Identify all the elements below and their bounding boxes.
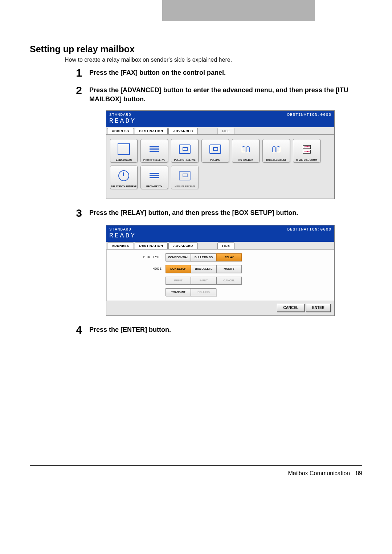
btn-box-delete[interactable]: BOX DELETE (191, 265, 216, 273)
btn-itu-mailbox-list[interactable]: ITU MAILBOX LIST (262, 139, 290, 163)
btn-itu-mailbox[interactable]: ITU MAILBOX (232, 139, 260, 163)
screenshot-2: STANDARD READY DESTINATION:0000 ADDRESS … (106, 225, 335, 316)
tab-file[interactable]: FILE (217, 128, 235, 134)
delayed-tx-icon (118, 166, 129, 186)
ss1-standard-label: STANDARD (109, 113, 136, 117)
ss2-header: STANDARD READY DESTINATION:0000 (106, 225, 334, 242)
step-1: 1 Press the [FAX] button on the control … (30, 68, 362, 78)
polling-reserve-icon (179, 139, 191, 159)
step-1-number: 1 (65, 68, 89, 78)
btn-modify[interactable]: MODIFY (216, 265, 242, 273)
btn-footer-enter[interactable]: ENTER (306, 304, 331, 312)
ss2-mode-row: MODE BOX SETUP BOX DELETE MODIFY (111, 265, 330, 273)
ss1-icon-row-1: 2-SIDED SCAN PRIORITY RESERVE POLLING RE… (110, 139, 331, 163)
ss2-standard-label: STANDARD (109, 228, 136, 232)
section-title: Setting up relay mailbox (30, 44, 362, 54)
page-footer: Mailbox Communication 89 (30, 470, 362, 477)
step-3-number: 3 (65, 208, 89, 219)
ss2-tab-file[interactable]: FILE (217, 243, 235, 249)
step-2-text: Press the [ADVANCED] button to enter the… (89, 85, 362, 104)
ss1-icon-row-2: DELAYED TX RESERVE RECOVERY TX MANUAL RE… (110, 166, 331, 189)
top-rule (30, 35, 362, 35)
ss2-tab-address[interactable]: ADDRESS (107, 243, 134, 249)
ss2-tab-advanced[interactable]: ADVANCED (168, 243, 197, 249)
ss2-tab-destination[interactable]: DESTINATION (135, 243, 168, 249)
btn-polling-reserve[interactable]: POLLING RESERVE (171, 139, 199, 163)
btn-cancel-small[interactable]: CANCEL (216, 277, 242, 285)
manual-receive-icon (179, 166, 191, 186)
itu-mailbox-icon (242, 139, 250, 159)
recovery-tx-icon (150, 166, 159, 186)
btn-print[interactable]: PRINT (166, 277, 191, 285)
btn-priority-reserve[interactable]: PRIORITY RESERVE (140, 139, 168, 163)
screenshot-1: STANDARD READY DESTINATION:0000 ADDRESS … (106, 110, 335, 199)
ss1-ready-label: READY (109, 118, 136, 124)
priority-reserve-icon (150, 139, 159, 159)
btn-confidential[interactable]: CONFIDENTIAL (166, 253, 191, 261)
gray-header-block (162, 0, 315, 21)
step-2: 2 Press the [ADVANCED] button to enter t… (30, 85, 362, 104)
intro-text: How to create a relay mailbox on sender'… (65, 57, 362, 63)
ss1-header: STANDARD READY DESTINATION:0000 (106, 111, 334, 127)
btn-bulletin-bd[interactable]: BULLETIN BD (191, 253, 216, 261)
ss1-tabs: ADDRESS DESTINATION ADVANCED FILE (106, 127, 334, 135)
polling-icon (209, 139, 221, 159)
tab-advanced[interactable]: ADVANCED (168, 128, 197, 134)
ss2-footer: CANCEL ENTER (106, 301, 334, 315)
itu-mailbox-list-icon (272, 139, 280, 159)
ss1-destination-label: DESTINATION:0000 (287, 113, 331, 124)
btn-box-setup[interactable]: BOX SETUP (166, 265, 191, 273)
ss2-ready-label: READY (109, 232, 136, 239)
step-4-number: 4 (65, 325, 89, 335)
ss2-destination-label: DESTINATION:0000 (287, 228, 331, 239)
tab-address[interactable]: ADDRESS (107, 128, 134, 134)
step-4-text: Press the [ENTER] button. (89, 325, 362, 335)
two-sided-scan-icon (118, 139, 130, 159)
btn-transmit[interactable]: TRANSMIT (166, 288, 191, 296)
tab-destination[interactable]: DESTINATION (135, 128, 168, 134)
step-3: 3 Press the [RELAY] button, and then pre… (30, 208, 362, 219)
btn-polling-small[interactable]: POLLING (191, 288, 216, 296)
ss2-mode-label: MODE (111, 268, 162, 271)
btn-delayed-tx-reserve[interactable]: DELAYED TX RESERVE (110, 166, 138, 189)
step-2-number: 2 (65, 85, 89, 104)
btn-polling[interactable]: POLLING (201, 139, 229, 163)
ss2-box-type-row: BOX TYPE CONFIDENTIAL BULLETIN BD RELAY (111, 253, 330, 261)
ss2-tabs: ADDRESS DESTINATION ADVANCED FILE (106, 242, 334, 249)
step-3-text: Press the [RELAY] button, and then press… (89, 208, 362, 219)
btn-2-sided-scan[interactable]: 2-SIDED SCAN (110, 139, 138, 163)
btn-recovery-tx[interactable]: RECOVERY TX (140, 166, 168, 189)
btn-input[interactable]: INPUT (191, 277, 216, 285)
btn-footer-cancel[interactable]: CANCEL (277, 304, 305, 312)
bottom-rule (30, 465, 362, 466)
btn-relay[interactable]: RELAY (216, 253, 242, 261)
chain-dial-icon (303, 139, 311, 159)
ss2-box-type-label: BOX TYPE (111, 256, 162, 259)
btn-manual-receive[interactable]: MANUAL RECEIVE (171, 166, 199, 189)
footer-page-number: 89 (356, 470, 362, 477)
step-4: 4 Press the [ENTER] button. (30, 325, 362, 335)
btn-chain-dial-comm[interactable]: CHAIN DIAL COMM. (293, 139, 320, 163)
step-1-text: Press the [FAX] button on the control pa… (89, 68, 362, 78)
footer-section-label: Mailbox Communication (288, 470, 350, 477)
